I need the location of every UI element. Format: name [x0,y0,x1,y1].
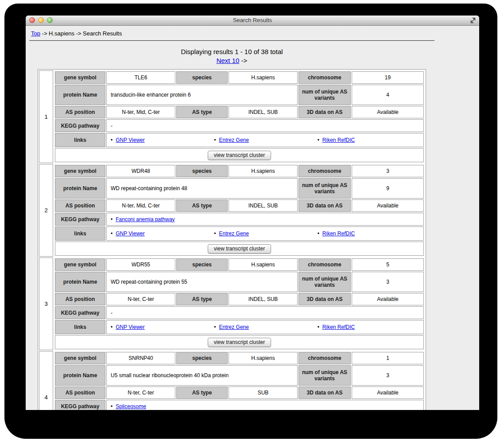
view-transcript-cluster-button[interactable]: view transcript cluster [208,151,271,160]
links-row: GNP Viewer Entrez Gene Riken RefDIC [111,324,421,330]
riken-refdic-link[interactable]: Riken RefDIC [322,230,355,237]
chromosome-value: 5 [352,258,424,271]
gnp-viewer-link[interactable]: GNP Viewer [116,137,145,143]
result-number: 2 [39,164,53,257]
links-row: GNP Viewer Entrez Gene Riken RefDIC [111,137,421,143]
bullet-icon [214,324,216,330]
kegg-value: - [106,306,424,319]
entrez-gene-link[interactable]: Entrez Gene [219,230,249,237]
chromosome-label: chromosome [299,165,351,177]
pagination: Next 10 -> [29,56,434,65]
kegg-label: KEGG pathway [55,306,105,319]
gene-symbol-value: SNRNP40 [106,352,175,364]
protein-name-value: U5 small nuclear ribonucleoprotein 40 kD… [106,365,298,386]
as-position-value: N-ter, C-ter [106,386,175,399]
gene-symbol-value: TLE6 [106,71,175,84]
as-position-label: AS position [55,386,105,399]
as-position-label: AS position [55,106,105,118]
protein-name-value: WD repeat-containing protein 48 [106,178,298,199]
3d-data-value: Available [352,106,424,118]
table-row: 2 gene symbol WDR48 species H.sapiens ch… [39,164,425,257]
species-label: species [176,165,228,177]
result-number: 4 [39,351,53,410]
kegg-pathway-link[interactable]: Fanconi anemia pathway [116,216,174,222]
protein-name-value: WD repeat-containing protein 55 [106,272,298,292]
entry-table: gene symbol WDR55 species H.sapiens chro… [54,258,425,350]
gnp-viewer-link[interactable]: GNP Viewer [116,230,145,237]
species-value: H.sapiens [229,165,298,177]
page-content: Top -> H.sapiens -> Search Results Displ… [26,26,479,410]
kegg-label: KEGG pathway [55,400,105,410]
bullet-icon [111,230,112,237]
as-type-label: AS type [176,106,228,118]
kegg-pathway-link[interactable]: Spliceosome [116,403,146,410]
num-variants-value: 3 [352,365,424,386]
breadcrumb-top-link[interactable]: Top [31,30,40,37]
3d-data-label: 3D data on AS [299,106,351,118]
results-table: 1 gene symbol TLE6 species H.sapiens chr… [38,69,426,410]
protein-name-label: protein Name [55,365,105,386]
species-label: species [176,352,228,364]
entry-table: gene symbol SNRNP40 species H.sapiens ch… [54,351,425,410]
links-row: GNP Viewer Entrez Gene Riken RefDIC [111,230,421,237]
bullet-icon [318,137,319,143]
bullet-icon [111,403,112,410]
protein-name-value: transducin-like enhancer protein 6 [106,85,298,105]
protein-name-label: protein Name [55,178,105,199]
breadcrumb: Top -> H.sapiens -> Search Results [29,26,434,40]
breadcrumb-trail: -> H.sapiens -> Search Results [40,30,122,37]
bullet-icon [111,137,112,143]
as-position-value: N-ter, Mid, C-ter [106,106,175,118]
table-row: 1 gene symbol TLE6 species H.sapiens chr… [39,70,425,163]
gene-symbol-value: WDR48 [106,165,175,177]
links-label: links [55,320,105,334]
species-label: species [176,258,228,271]
links-label: links [55,133,105,147]
species-value: H.sapiens [229,258,298,271]
result-number: 3 [39,258,53,350]
riken-refdic-link[interactable]: Riken RefDIC [322,137,355,143]
chromosome-label: chromosome [299,71,351,84]
num-variants-value: 9 [352,178,424,199]
3d-data-label: 3D data on AS [299,199,351,212]
chromosome-label: chromosome [299,258,351,271]
entrez-gene-link[interactable]: Entrez Gene [219,324,249,330]
search-results-window: Search Results Top -> H.sapiens -> Searc… [26,16,479,410]
num-variants-label: num of unique AS variants [299,365,351,386]
result-number: 1 [39,70,53,163]
as-type-label: AS type [176,386,228,399]
table-row: 3 gene symbol WDR55 species H.sapiens ch… [39,258,425,350]
view-transcript-cluster-button[interactable]: view transcript cluster [208,338,271,347]
3d-data-label: 3D data on AS [299,293,351,305]
as-position-label: AS position [55,293,105,305]
view-transcript-cluster-button[interactable]: view transcript cluster [208,244,271,254]
riken-refdic-link[interactable]: Riken RefDIC [322,324,355,330]
species-value: H.sapiens [229,71,298,84]
as-type-value: INDEL, SUB [229,293,298,305]
num-variants-label: num of unique AS variants [299,272,351,292]
chromosome-value: 1 [352,352,424,364]
as-type-label: AS type [176,293,228,305]
chromosome-value: 3 [352,165,424,177]
results-summary: Displaying results 1 - 10 of 38 total [29,47,434,56]
entrez-gene-link[interactable]: Entrez Gene [219,137,249,143]
chromosome-value: 19 [352,71,424,84]
species-label: species [176,71,228,84]
as-type-value: INDEL, SUB [229,199,298,212]
window-title: Search Results [26,17,479,23]
as-type-value: INDEL, SUB [229,106,298,118]
gnp-viewer-link[interactable]: GNP Viewer [116,324,145,330]
next-page-link[interactable]: Next 10 [217,57,240,64]
bullet-icon [214,230,216,237]
protein-name-label: protein Name [55,85,105,105]
title-bar[interactable]: Search Results [26,16,479,26]
as-position-value: N-ter, Mid, C-ter [106,199,175,212]
entry-table: gene symbol TLE6 species H.sapiens chrom… [54,70,425,163]
3d-data-value: Available [352,199,424,212]
next-arrow: -> [239,57,247,64]
protein-name-label: protein Name [55,272,105,292]
as-position-value: N-ter, C-ter [106,293,175,305]
resize-icon[interactable] [469,17,477,24]
num-variants-label: num of unique AS variants [299,178,351,199]
3d-data-label: 3D data on AS [299,386,351,399]
